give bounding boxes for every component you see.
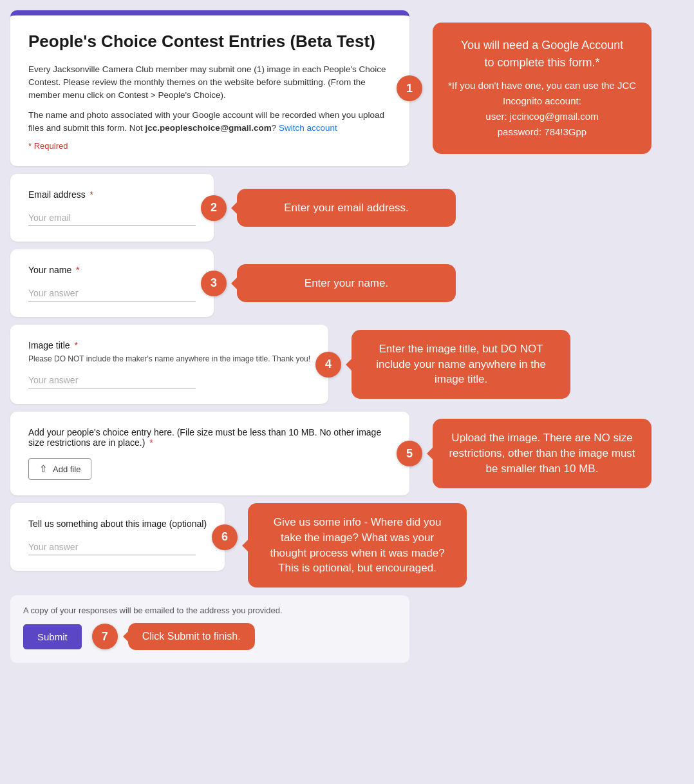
step-badge-7: 7	[92, 624, 118, 649]
email-label: Email address *	[28, 189, 196, 200]
upload-required-star: *	[147, 437, 153, 448]
incognito-text: *If you don't have one, you can use the …	[447, 78, 637, 109]
step-badge-4: 4	[315, 352, 341, 378]
name-tooltip: Enter your name.	[237, 264, 456, 303]
submit-button-row: Submit 7 Click Submit to finish.	[23, 623, 397, 650]
name-required-star: *	[73, 265, 79, 275]
header-tooltip: You will need a Google Account to comple…	[433, 23, 652, 154]
email-label-text: Email address	[28, 189, 86, 200]
email-input[interactable]	[28, 210, 196, 226]
header-card-wrapper: People's Choice Contest Entries (Beta Te…	[10, 10, 409, 166]
switch-account-link[interactable]: Switch account	[279, 123, 337, 133]
tooltip-header-line1: You will need a Google Account	[447, 37, 637, 54]
about-label: Tell us something about this image (opti…	[28, 519, 207, 529]
image-title-sublabel: Please DO NOT include the maker's name a…	[28, 354, 310, 363]
name-label-text: Your name	[28, 265, 71, 275]
add-file-label: Add file	[53, 464, 80, 474]
step-badge-5: 5	[397, 441, 422, 466]
email-tooltip: Enter your email address.	[237, 189, 456, 227]
step-badge-3: 3	[201, 271, 227, 296]
step-badge-1: 1	[397, 75, 422, 101]
submit-area: A copy of your responses will be emailed…	[10, 595, 409, 663]
header-desc1: Every Jacksonville Camera Club member ma…	[28, 63, 391, 102]
tooltip-header-line2: to complete this form.*	[447, 54, 637, 72]
incognito-info: *If you don't have one, you can use the …	[447, 78, 637, 140]
required-note: * Required	[28, 141, 391, 151]
name-input[interactable]	[28, 285, 196, 301]
upload-card: Add your people's choice entry here. (Fi…	[10, 412, 409, 495]
header-row: People's Choice Contest Entries (Beta Te…	[10, 10, 684, 166]
name-row: Your name * 3 Enter your name.	[10, 249, 684, 317]
image-title-card: Image title * Please DO NOT include the …	[10, 325, 328, 404]
upload-label: Add your people's choice entry here. (Fi…	[28, 427, 391, 448]
about-input[interactable]	[28, 539, 196, 555]
image-title-required-star: *	[72, 340, 78, 350]
about-tooltip: Give us some info - Where did you take t…	[248, 503, 467, 588]
header-card: People's Choice Contest Entries (Beta Te…	[10, 10, 409, 166]
add-file-button[interactable]: ⇧ Add file	[28, 458, 91, 480]
image-title-tooltip: Enter the image title, but DO NOT includ…	[352, 330, 570, 399]
image-title-row: Image title * Please DO NOT include the …	[10, 325, 684, 404]
step-badge-6: 6	[212, 524, 238, 550]
incognito-password: password: 784!3Gpp	[447, 124, 637, 140]
image-title-input[interactable]	[28, 372, 196, 388]
header-email: jcc.peopleschoice@gmail.com	[145, 123, 272, 133]
submit-note: A copy of your responses will be emailed…	[23, 606, 397, 615]
image-title-label: Image title *	[28, 340, 310, 350]
name-label: Your name *	[28, 265, 196, 275]
submit-row: A copy of your responses will be emailed…	[10, 595, 684, 663]
email-row: Email address * 2 Enter your email addre…	[10, 174, 684, 242]
about-card: Tell us something about this image (opti…	[10, 503, 225, 571]
name-card: Your name *	[10, 249, 214, 317]
submit-tooltip: Click Submit to finish.	[128, 623, 255, 650]
upload-label-text: Add your people's choice entry here. (Fi…	[28, 427, 381, 448]
about-row: Tell us something about this image (opti…	[10, 503, 684, 588]
upload-card-wrapper: Add your people's choice entry here. (Fi…	[10, 412, 409, 495]
upload-row: Add your people's choice entry here. (Fi…	[10, 412, 684, 495]
upload-tooltip: Upload the image. There are NO size rest…	[433, 419, 652, 488]
image-title-card-wrapper: Image title * Please DO NOT include the …	[10, 325, 328, 404]
email-card-wrapper: Email address * 2	[10, 174, 214, 242]
email-required-star: *	[88, 189, 93, 200]
step-badge-2: 2	[201, 195, 227, 221]
submit-button[interactable]: Submit	[23, 624, 82, 649]
incognito-user: user: jccincog@gmail.com	[447, 109, 637, 124]
about-card-wrapper: Tell us something about this image (opti…	[10, 503, 225, 571]
main-layout: People's Choice Contest Entries (Beta Te…	[10, 10, 684, 663]
header-desc2: The name and photo associated with your …	[28, 109, 391, 135]
email-card: Email address *	[10, 174, 214, 242]
name-card-wrapper: Your name * 3	[10, 249, 214, 317]
image-title-label-text: Image title	[28, 340, 70, 350]
form-title: People's Choice Contest Entries (Beta Te…	[28, 31, 391, 53]
upload-icon: ⇧	[39, 463, 48, 475]
